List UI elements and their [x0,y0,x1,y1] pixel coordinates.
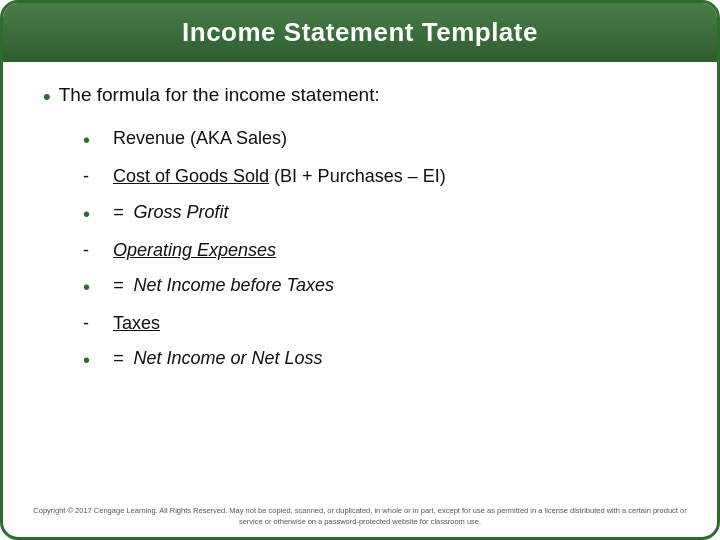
cogs-rest: (BI + Purchases – EI) [274,166,446,186]
slide-container: Income Statement Template • The formula … [0,0,720,540]
formula-text-gross-profit: = Gross Profit [113,200,229,225]
minus-prefix-2: - [83,238,103,263]
formula-text-taxes: Taxes [113,311,160,336]
formula-item-cogs: - Cost of Goods Sold (BI + Purchases – E… [83,164,677,189]
cogs-underline: Cost of Goods Sold [113,166,269,186]
formula-item-opex: - Operating Expenses [83,238,677,263]
main-bullet-text: The formula for the income statement: [59,84,380,106]
taxes-underline: Taxes [113,313,160,333]
slide-header: Income Statement Template [3,3,717,62]
bullet-prefix-1: • [83,126,103,154]
main-bullet-dot: • [43,84,51,110]
bullet-prefix-4: • [83,346,103,374]
formula-text-revenue: Revenue (AKA Sales) [113,126,287,151]
formula-item-nibt: • = Net Income before Taxes [83,273,677,301]
formula-list: • Revenue (AKA Sales) - Cost of Goods So… [43,126,677,374]
formula-item-revenue: • Revenue (AKA Sales) [83,126,677,154]
minus-prefix-3: - [83,311,103,336]
formula-text-cogs: Cost of Goods Sold (BI + Purchases – EI) [113,164,446,189]
formula-text-net-income: = Net Income or Net Loss [113,346,323,371]
footer-text: Copyright © 2017 Cengage Learning. All R… [3,500,717,537]
slide-content: • The formula for the income statement: … [3,62,717,500]
minus-prefix-1: - [83,164,103,189]
bullet-prefix-2: • [83,200,103,228]
opex-underline: Operating Expenses [113,240,276,260]
bullet-prefix-3: • [83,273,103,301]
formula-item-net-income: • = Net Income or Net Loss [83,346,677,374]
formula-text-nibt: = Net Income before Taxes [113,273,334,298]
formula-item-taxes: - Taxes [83,311,677,336]
formula-item-gross-profit: • = Gross Profit [83,200,677,228]
slide-title: Income Statement Template [33,17,687,48]
main-bullet-item: • The formula for the income statement: [43,84,677,110]
formula-text-opex: Operating Expenses [113,238,276,263]
